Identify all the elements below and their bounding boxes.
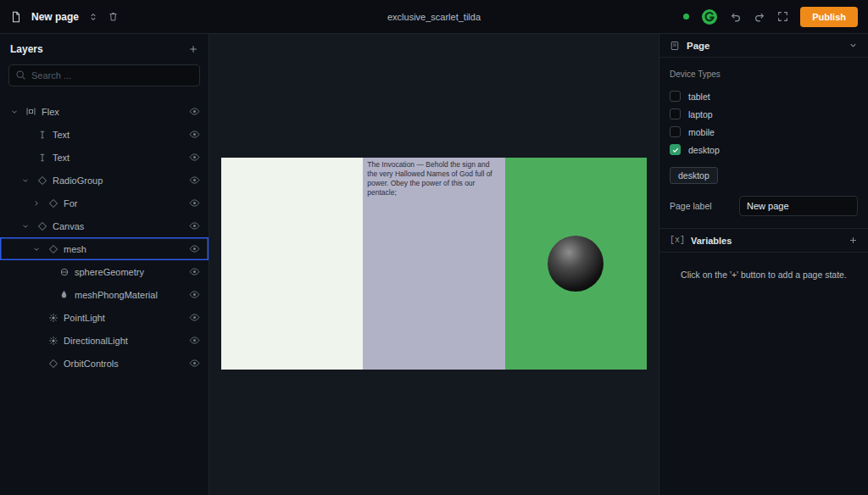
eye-icon[interactable] xyxy=(189,129,200,140)
device-label: laptop xyxy=(688,109,713,120)
device-label: mobile xyxy=(688,127,715,137)
chevron-down-icon[interactable] xyxy=(8,108,20,116)
layer-row-canvas[interactable]: Canvas xyxy=(0,214,209,237)
component-icon xyxy=(47,198,59,209)
flex-icon xyxy=(25,106,37,117)
device-types-label: Device Types xyxy=(659,58,868,87)
chevron-down-icon[interactable] xyxy=(19,176,31,185)
eye-icon[interactable] xyxy=(189,175,200,186)
layer-row-text[interactable]: Text xyxy=(0,123,209,146)
page-label-input[interactable] xyxy=(739,196,858,216)
eye-icon[interactable] xyxy=(189,266,200,277)
eye-icon[interactable] xyxy=(189,106,200,117)
layer-label: mesh xyxy=(64,244,86,254)
sphere-3d-object[interactable] xyxy=(548,236,604,292)
publish-button[interactable]: Publish xyxy=(800,7,858,27)
checkbox-tablet[interactable] xyxy=(670,91,681,102)
device-label: desktop xyxy=(688,145,720,155)
layer-row-for[interactable]: For xyxy=(0,192,209,214)
layer-label: Text xyxy=(53,130,70,140)
chevron-down-icon[interactable] xyxy=(849,41,858,50)
component-icon xyxy=(36,175,48,186)
variables-icon: [x] xyxy=(670,236,685,245)
eye-icon[interactable] xyxy=(189,335,200,346)
eye-icon[interactable] xyxy=(189,220,200,231)
eye-icon[interactable] xyxy=(189,312,200,323)
artboard-text[interactable]: The Invocation — Behold the sign and the… xyxy=(363,158,504,197)
layer-row-directionallight[interactable]: DirectionalLight xyxy=(0,329,209,352)
layer-row-orbitcontrols[interactable]: OrbitControls xyxy=(0,352,209,375)
artboard-column-3[interactable] xyxy=(505,158,647,370)
component-icon xyxy=(36,221,48,231)
variables-hint: Click on the '+' button to add a page st… xyxy=(659,253,868,297)
device-checkbox-row-tablet[interactable]: tablet xyxy=(659,87,868,105)
chevron-down-icon[interactable] xyxy=(19,222,31,231)
layer-row-radiogroup[interactable]: RadioGroup xyxy=(0,169,209,192)
layer-row-meshphongmaterial[interactable]: meshPhongMaterial xyxy=(0,283,209,306)
eye-icon[interactable] xyxy=(189,197,200,209)
layer-label: Canvas xyxy=(53,221,84,231)
text-icon xyxy=(36,153,48,163)
text-icon xyxy=(36,130,48,140)
layer-label: OrbitControls xyxy=(64,359,119,369)
device-checkbox-row-laptop[interactable]: laptop xyxy=(659,105,868,123)
eye-icon[interactable] xyxy=(189,152,200,163)
layer-label: DirectionalLight xyxy=(64,336,128,346)
checkbox-mobile[interactable] xyxy=(670,126,681,137)
layer-label: For xyxy=(64,198,78,209)
layer-label: meshPhongMaterial xyxy=(75,290,158,300)
checkbox-desktop[interactable] xyxy=(670,144,681,155)
artboard[interactable]: The Invocation — Behold the sign and the… xyxy=(221,158,647,370)
project-title: exclusive_scarlet_tilda xyxy=(387,12,481,22)
search-icon xyxy=(15,70,26,81)
component-icon xyxy=(47,359,59,369)
layer-row-pointlight[interactable]: PointLight xyxy=(0,306,209,329)
material-icon xyxy=(58,290,70,299)
artboard-column-1[interactable] xyxy=(221,158,363,370)
layer-label: PointLight xyxy=(64,313,105,323)
device-checkbox-row-mobile[interactable]: mobile xyxy=(659,123,868,141)
artboard-column-2[interactable]: The Invocation — Behold the sign and the… xyxy=(363,158,504,370)
page-icon xyxy=(670,41,680,51)
layers-title: Layers xyxy=(10,43,43,55)
layer-row-text[interactable]: Text xyxy=(0,146,209,169)
light-icon xyxy=(47,313,59,323)
page-file-icon xyxy=(10,11,22,23)
layer-label: RadioGroup xyxy=(53,175,103,186)
status-dot xyxy=(683,14,689,19)
layer-label: Text xyxy=(53,153,70,163)
delete-page-icon[interactable] xyxy=(108,11,119,22)
device-chip-desktop[interactable]: desktop xyxy=(670,167,718,184)
device-checkbox-row-desktop[interactable]: desktop xyxy=(659,141,868,159)
chevron-right-icon[interactable] xyxy=(31,199,42,208)
add-layer-icon[interactable] xyxy=(188,44,198,54)
device-label: tablet xyxy=(688,92,710,102)
page-section-header[interactable]: Page xyxy=(659,34,868,58)
variables-section: [x] Variables Click on the '+' button to… xyxy=(659,228,868,297)
inspector-panel: Page Device Types tablet laptop mobile xyxy=(659,34,868,495)
eye-icon[interactable] xyxy=(189,243,200,254)
checkbox-laptop[interactable] xyxy=(670,108,681,120)
search-input[interactable] xyxy=(8,64,200,86)
chevron-down-icon[interactable] xyxy=(31,245,42,253)
layer-tree: Flex Text Text xyxy=(0,100,209,375)
add-variable-icon[interactable] xyxy=(849,236,858,245)
eye-icon[interactable] xyxy=(189,358,200,369)
eye-icon[interactable] xyxy=(189,289,200,300)
current-page-name: New page xyxy=(31,11,79,23)
geometry-icon xyxy=(58,267,70,277)
layer-row-spheregeometry[interactable]: sphereGeometry xyxy=(0,260,209,283)
redo-icon[interactable] xyxy=(754,11,765,23)
layer-label: Flex xyxy=(42,107,59,117)
page-label-field-row: Page label xyxy=(659,187,868,228)
app-logo-icon[interactable] xyxy=(701,8,718,25)
light-icon xyxy=(47,336,59,346)
layers-panel: Layers Flex xyxy=(0,34,209,495)
layer-row-flex[interactable]: Flex xyxy=(0,100,209,123)
page-switcher-icon[interactable] xyxy=(88,12,98,22)
app: New page exclusive_scarlet_tilda xyxy=(0,0,868,495)
fullscreen-icon[interactable] xyxy=(777,11,788,22)
undo-icon[interactable] xyxy=(730,11,742,23)
canvas-panel[interactable]: The Invocation — Behold the sign and the… xyxy=(209,34,659,495)
layer-row-mesh[interactable]: mesh xyxy=(0,237,209,260)
